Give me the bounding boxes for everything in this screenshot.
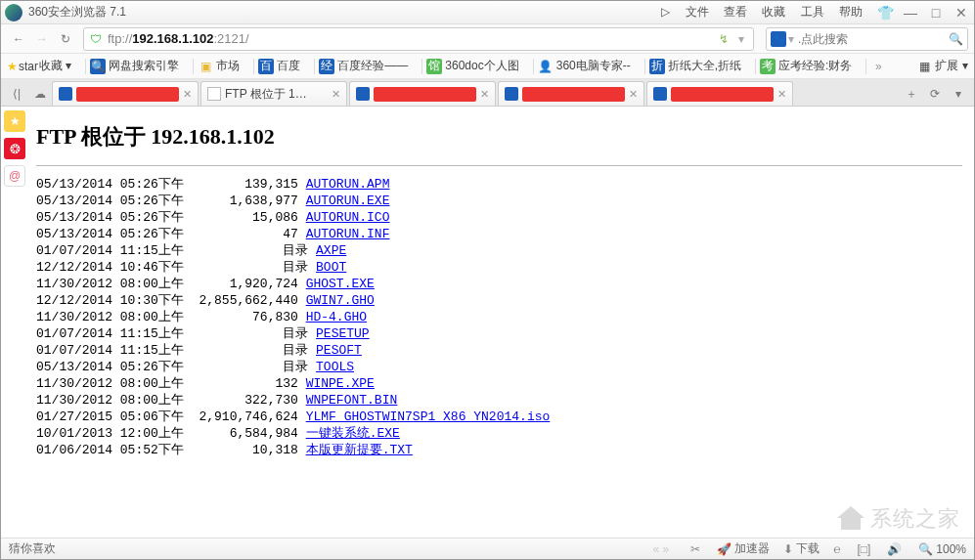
file-row: 01/07/2014 11:15上午 目录 PESOFT [36, 342, 962, 359]
file-link[interactable]: WINPE.XPE [306, 376, 375, 391]
close-button[interactable]: ✕ [953, 5, 970, 21]
file-link[interactable]: HD-4.GHO [306, 310, 367, 324]
undo-tab-button[interactable]: ⟨| [5, 82, 28, 106]
tab-icon [505, 87, 518, 101]
tab-close-icon[interactable]: ✕ [480, 88, 489, 101]
file-link[interactable]: AXPE [316, 243, 346, 258]
tab-close-icon[interactable]: ✕ [777, 88, 786, 101]
tab-icon [653, 87, 667, 101]
file-link[interactable]: 一键装系统.EXE [306, 426, 400, 441]
file-row: 05/13/2014 05:26下午 1,638,977 AUTORUN.EXE [36, 193, 962, 209]
file-link[interactable]: GHOST.EXE [306, 277, 375, 291]
new-tab-button[interactable]: ＋ [900, 82, 923, 106]
file-link[interactable]: YLMF_GHOSTWIN7SP1_X86_YN2014.iso [306, 409, 551, 424]
status-item-4[interactable]: [□] [857, 542, 873, 556]
search-engine-icon[interactable]: 🐾 [771, 31, 786, 47]
bookmark-3[interactable]: 百百度 [258, 58, 300, 74]
bookmark-5[interactable]: 馆360doc个人图 [426, 58, 518, 74]
menu-fav[interactable]: 收藏 [762, 5, 785, 19]
menu-triangle[interactable]: ▷ [661, 5, 670, 19]
minimize-button[interactable]: — [902, 5, 919, 21]
status-item-6[interactable]: 🔍100% [918, 542, 966, 556]
bookmark-label: 360电脑专家-- [556, 58, 631, 74]
forward-button[interactable]: → [30, 27, 54, 51]
bookmark-0[interactable]: star收藏 ▾ [21, 58, 71, 74]
dropdown-icon[interactable]: ▾ [733, 32, 749, 46]
bookmark-icon: 👤 [538, 59, 554, 74]
maximize-button[interactable]: □ [927, 5, 945, 21]
restore-tab-button[interactable]: ⟳ [923, 82, 947, 106]
rail-weibo-button[interactable]: ❂ [4, 138, 25, 159]
status-item-3[interactable]: ℮ [833, 542, 843, 556]
main-menu: ▷ 文件 查看 收藏 工具 帮助 [655, 4, 868, 21]
tab-close-icon[interactable]: ✕ [332, 88, 340, 101]
file-link[interactable]: TOOLS [316, 360, 354, 374]
file-link[interactable]: AUTORUN.EXE [306, 194, 390, 208]
file-link[interactable]: AUTORUN.INF [306, 227, 390, 241]
bookmark-7[interactable]: 折折纸大全,折纸 [649, 58, 741, 74]
search-icon[interactable]: 🔍 [949, 32, 963, 46]
search-dropdown-icon[interactable]: ▾ [788, 32, 794, 46]
status-icon: ℮ [833, 542, 840, 556]
rail-at-button[interactable]: @ [4, 165, 25, 187]
status-chevrons[interactable]: « » [652, 542, 669, 556]
tab-close-icon[interactable]: ✕ [183, 88, 192, 101]
leaf-icon[interactable]: ↯ [716, 32, 731, 46]
page-title: FTP 根位于 192.168.1.102 [36, 122, 962, 151]
file-link[interactable]: AUTORUN.APM [306, 177, 390, 192]
search-input[interactable] [798, 32, 945, 46]
bookmark-9[interactable]: » [870, 59, 889, 74]
status-item-0[interactable]: ✂ [690, 542, 703, 556]
bookmark-4[interactable]: 经百度经验—— [319, 58, 408, 74]
avatar[interactable] [5, 4, 22, 22]
reload-button[interactable]: ↻ [54, 27, 77, 51]
menu-file[interactable]: 文件 [686, 5, 709, 19]
tab-4[interactable]: ✕ [646, 81, 793, 106]
menu-view[interactable]: 查看 [724, 5, 747, 19]
status-icon: 🔊 [887, 542, 902, 556]
tab-icon [356, 87, 370, 101]
address-bar[interactable]: 🛡 ftp://192.168.1.102:2121/ ↯ ▾ [83, 27, 754, 51]
tab-2[interactable]: ✕ [349, 81, 496, 106]
status-bar: 猜你喜欢 « » ✂🚀加速器⬇下载℮[□]🔊🔍100% [1, 538, 974, 559]
tab-1[interactable]: FTP 根位于 1…✕ [200, 81, 347, 106]
cloud-button[interactable]: ☁ [28, 82, 52, 106]
file-row: 05/13/2014 05:26下午 15,086 AUTORUN.ICO [36, 209, 962, 226]
file-row: 01/07/2014 11:15上午 目录 AXPE [36, 242, 962, 259]
status-left[interactable]: 猜你喜欢 [9, 540, 56, 557]
tab-0[interactable]: ✕ [52, 81, 199, 106]
file-link[interactable]: AUTORUN.ICO [306, 210, 390, 225]
file-link[interactable]: GWIN7.GHO [306, 293, 375, 308]
file-row: 05/13/2014 05:26下午 139,315 AUTORUN.APM [36, 176, 962, 193]
back-button[interactable]: ← [7, 27, 30, 51]
file-link[interactable]: PESETUP [316, 326, 370, 341]
file-link[interactable]: BOOT [316, 260, 346, 275]
file-row: 01/07/2014 11:15上午 目录 PESETUP [36, 325, 962, 342]
file-link[interactable]: PESOFT [316, 343, 362, 358]
file-link[interactable]: WNPEFONT.BIN [306, 393, 398, 408]
status-icon: ⬇ [783, 542, 793, 556]
bookmark-6[interactable]: 👤360电脑专家-- [538, 58, 631, 74]
status-item-5[interactable]: 🔊 [887, 542, 905, 556]
url-text[interactable]: ftp://192.168.1.102:2121/ [108, 31, 714, 46]
status-icon: ✂ [690, 542, 700, 556]
coat-icon[interactable]: 👕 [876, 5, 894, 21]
rail-favorites-button[interactable]: ★ [4, 110, 25, 132]
menu-tools[interactable]: 工具 [801, 5, 824, 19]
page-content: FTP 根位于 192.168.1.102 05/13/2014 05:26下午… [32, 110, 966, 536]
tab-bar: ⟨| ☁ ✕FTP 根位于 1…✕✕✕✕ ＋ ⟳ ▾ [1, 79, 974, 107]
toolbar-right-0[interactable]: ▦扩展 ▾ [916, 58, 967, 74]
shield-icon: 🛡 [88, 31, 104, 47]
bookmark-8[interactable]: 考应考经验:财务 [760, 58, 852, 74]
status-item-2[interactable]: ⬇下载 [783, 540, 820, 557]
status-item-1[interactable]: 🚀加速器 [717, 540, 770, 557]
menu-help[interactable]: 帮助 [839, 5, 863, 19]
tab-3[interactable]: ✕ [498, 81, 644, 106]
tab-list-button[interactable]: ▾ [947, 82, 970, 106]
bookmark-1[interactable]: 🔍网盘搜索引擎 [90, 58, 179, 74]
search-box[interactable]: 🐾 ▾ 🔍 [766, 27, 968, 51]
bookmark-label: 折纸大全,折纸 [668, 58, 741, 74]
file-link[interactable]: 本版更新提要.TXT [306, 443, 413, 457]
bookmark-2[interactable]: ▣市场 [198, 58, 240, 74]
tab-close-icon[interactable]: ✕ [629, 88, 638, 101]
